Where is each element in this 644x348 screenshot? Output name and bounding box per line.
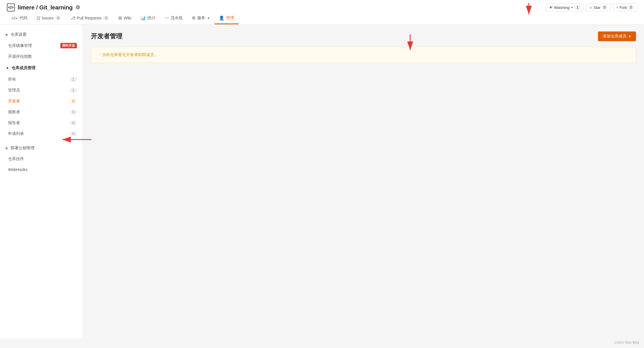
- sidebar-item-repo-mirror[interactable]: 仓库镜像管理 限时开放: [0, 40, 83, 51]
- member-management-arrow: ▼: [6, 66, 9, 70]
- repo-title: </> limere / Git_learning ⚙: [7, 3, 80, 11]
- reporter-count: 0: [70, 121, 77, 125]
- deploy-keys-arrow: ▶: [6, 146, 8, 150]
- pr-icon: ⎇: [70, 15, 75, 21]
- watching-button[interactable]: 👁 Watching ▼ 1: [546, 3, 583, 11]
- pipeline-icon: 〰: [165, 16, 169, 21]
- top-actions: 👁 Watching ▼ 1 ☆ Star 0 ⑂ Fork 0: [546, 3, 637, 11]
- add-member-dropdown-icon: ▼: [628, 35, 631, 38]
- watching-dropdown-icon: ▼: [571, 6, 573, 9]
- tab-issues-label: Issues: [42, 16, 53, 20]
- tab-manage[interactable]: 👤 管理: [214, 13, 239, 24]
- developer-count: 0: [70, 99, 77, 104]
- sidebar-item-opensource-index[interactable]: 开源评估指数: [0, 51, 83, 62]
- tab-services[interactable]: ⚙ 服务 ▼: [187, 13, 214, 24]
- main-layout: ▶ 仓库设置 仓库镜像管理 限时开放 开源评估指数 ▼ 仓库成员管理 所有 1 …: [0, 25, 644, 338]
- tab-pullrequests[interactable]: ⎇ Pull Requests 0: [66, 13, 114, 24]
- sidebar-item-deploy-keys[interactable]: ▶ 部署公钥管理: [0, 143, 83, 154]
- wiki-icon: ⊞: [118, 15, 122, 21]
- all-count: 1: [70, 77, 77, 82]
- empty-message: 「当前仓库暂无开发者权限成员」: [98, 52, 158, 57]
- tab-pipeline[interactable]: 〰 流水线: [160, 13, 187, 24]
- sidebar-item-repo-settings[interactable]: ▶ 仓库设置: [0, 29, 83, 40]
- tab-stats[interactable]: 📊 统计: [136, 13, 160, 24]
- tab-code[interactable]: </> 代码: [7, 13, 32, 24]
- sidebar-item-apply-list[interactable]: 申请列表 0: [0, 128, 83, 139]
- apply-list-label: 申请列表: [8, 131, 24, 136]
- tab-pr-label: Pull Requests: [77, 16, 101, 20]
- tab-pipeline-label: 流水线: [171, 15, 183, 21]
- mirror-badge: 限时开放: [60, 43, 77, 48]
- tab-stats-label: 统计: [147, 15, 155, 21]
- eye-icon: 👁: [549, 5, 553, 10]
- star-count: 0: [602, 5, 608, 10]
- manage-icon: 👤: [219, 15, 224, 21]
- sidebar-item-observer[interactable]: 观察者 0: [0, 107, 83, 118]
- fork-button[interactable]: ⑂ Fork 0: [613, 3, 637, 11]
- observer-label: 观察者: [8, 110, 20, 115]
- watching-count: 1: [575, 5, 581, 10]
- tab-wiki-label: Wiki: [124, 16, 131, 20]
- sidebar-item-developer[interactable]: 开发者 0: [0, 96, 83, 107]
- sidebar-item-repo-widget[interactable]: 仓库挂件: [0, 154, 83, 164]
- stats-icon: 📊: [140, 15, 146, 21]
- repo-settings-arrow: ▶: [6, 33, 8, 37]
- apply-list-count: 0: [70, 132, 77, 136]
- sidebar: ▶ 仓库设置 仓库镜像管理 限时开放 开源评估指数 ▼ 仓库成员管理 所有 1 …: [0, 25, 83, 338]
- tab-issues[interactable]: ⊡ Issues 0: [32, 13, 66, 24]
- reporter-label: 报告者: [8, 120, 20, 126]
- content-header: 开发者管理 添加仓库成员 ▼: [91, 31, 636, 41]
- repo-settings-label: 仓库设置: [11, 32, 27, 37]
- empty-notice: 「当前仓库暂无开发者权限成员」: [91, 47, 636, 63]
- tab-wiki[interactable]: ⊞ Wiki: [114, 13, 136, 24]
- admin-label: 管理员: [8, 88, 20, 93]
- admin-count: 1: [70, 88, 77, 93]
- star-button[interactable]: ☆ Star 0: [586, 3, 611, 11]
- code-icon: </>: [11, 16, 18, 21]
- tab-services-label: 服务: [197, 15, 205, 21]
- star-icon: ☆: [589, 5, 593, 10]
- nav-tabs: </> 代码 ⊡ Issues 0 ⎇ Pull Requests 0 ⊞ Wi…: [7, 13, 637, 24]
- star-label: Star: [594, 5, 601, 10]
- fork-label: Fork: [619, 5, 627, 10]
- issues-badge: 0: [55, 16, 61, 20]
- issues-icon: ⊡: [37, 15, 40, 21]
- tab-manage-label: 管理: [226, 15, 234, 21]
- repo-icon: </>: [7, 3, 15, 11]
- services-dropdown-icon: ▼: [207, 17, 210, 20]
- all-label: 所有: [8, 77, 16, 82]
- watching-label: Watching: [554, 5, 569, 10]
- repo-widget-label: 仓库挂件: [8, 156, 24, 162]
- sidebar-item-webhooks[interactable]: WebHooks: [0, 164, 83, 175]
- repo-mirror-label: 仓库镜像管理: [8, 43, 32, 48]
- content-title: 开发者管理: [91, 32, 122, 41]
- webhooks-label: WebHooks: [8, 167, 27, 172]
- developer-label: 开发者: [8, 99, 20, 104]
- tab-code-label: 代码: [19, 15, 27, 21]
- content-area: 开发者管理 添加仓库成员 ▼ 「当前仓库暂无开发者权限成员」: [83, 25, 644, 338]
- pr-badge: 0: [103, 16, 109, 20]
- top-bar: </> limere / Git_learning ⚙ 👁 Watching ▼…: [0, 0, 644, 25]
- add-member-button[interactable]: 添加仓库成员 ▼: [598, 31, 636, 41]
- fork-count: 0: [628, 5, 634, 10]
- add-member-label: 添加仓库成员: [603, 34, 627, 39]
- repo-title-row: </> limere / Git_learning ⚙ 👁 Watching ▼…: [7, 0, 637, 11]
- services-icon: ⚙: [192, 15, 196, 21]
- deploy-keys-label: 部署公钥管理: [11, 146, 35, 151]
- sidebar-item-reporter[interactable]: 报告者 0: [0, 118, 83, 128]
- sidebar-group-member-management[interactable]: ▼ 仓库成员管理: [0, 62, 83, 74]
- opensource-index-label: 开源评估指数: [8, 54, 32, 59]
- settings-icon[interactable]: ⚙: [75, 4, 80, 11]
- member-management-label: 仓库成员管理: [11, 65, 35, 71]
- sidebar-item-all[interactable]: 所有 1: [0, 74, 83, 85]
- observer-count: 0: [70, 110, 77, 114]
- repo-full-name: limere / Git_learning: [18, 4, 73, 11]
- sidebar-item-admin[interactable]: 管理员 1: [0, 85, 83, 96]
- fork-icon: ⑂: [616, 5, 618, 10]
